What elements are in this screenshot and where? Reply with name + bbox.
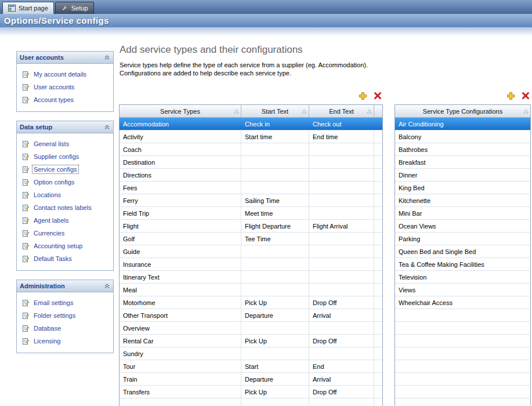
sidebar-item-contact-notes-labels[interactable]: Contact notes labels xyxy=(17,201,113,214)
collapse-chevron-icon[interactable] xyxy=(104,55,110,60)
sidebar-item-label: General lists xyxy=(32,140,70,148)
table-row[interactable]: Rental CarPick UpDrop Off xyxy=(120,335,382,347)
table-cell xyxy=(241,156,309,168)
sidebar-item-account-types[interactable]: Account types xyxy=(17,93,113,106)
add-configuration-icon[interactable] xyxy=(506,92,515,100)
sidebar-item-label: Folder settings xyxy=(32,311,77,320)
table-cell xyxy=(374,207,382,219)
table-row[interactable]: King Bed xyxy=(395,182,530,194)
table-row[interactable]: Directions xyxy=(120,169,382,182)
table-row[interactable]: Air Conditioning xyxy=(395,118,530,130)
sidebar-item-supplier-configs[interactable]: Supplier configs xyxy=(17,150,113,163)
sidebar-item-currencies[interactable]: Currencies xyxy=(17,227,113,240)
sidebar-item-my-account-details[interactable]: My account details xyxy=(17,68,113,81)
table-cell xyxy=(241,182,309,194)
table-cell: Golf xyxy=(120,233,241,245)
table-cell: Itinerary Text xyxy=(120,271,241,283)
document-edit-icon xyxy=(22,204,29,212)
tab-start-page[interactable]: Start page xyxy=(2,2,54,14)
table-row[interactable]: Fees xyxy=(120,182,382,194)
table-cell xyxy=(395,309,530,321)
table-row[interactable]: Bathrobes xyxy=(395,143,530,156)
sidebar-item-locations[interactable]: Locations xyxy=(17,188,113,201)
add-service-type-icon[interactable] xyxy=(359,92,367,100)
table-row[interactable]: Wheelchair Access xyxy=(395,296,530,309)
table-row[interactable]: Mini Bar xyxy=(395,207,530,220)
sidebar-item-database[interactable]: Database xyxy=(17,322,113,335)
table-row[interactable]: Tea & Coffee Making Facilities xyxy=(395,258,530,271)
table-row[interactable]: Queen Bed and Single Bed xyxy=(395,245,530,258)
table-row[interactable]: Sundry xyxy=(120,347,382,360)
sidebar-item-option-configs[interactable]: Option configs xyxy=(17,176,113,188)
table-row[interactable]: Other TransportDepartureArrival xyxy=(120,309,382,322)
sidebar-item-accounting-setup[interactable]: Accounting setup xyxy=(17,240,113,252)
table-row[interactable]: Breakfast xyxy=(395,156,530,169)
delete-service-type-icon[interactable] xyxy=(374,92,382,100)
table-cell xyxy=(309,207,374,219)
service-types-toolbar xyxy=(119,90,383,101)
table-row[interactable]: FerrySailing Time xyxy=(120,194,382,207)
table-cell xyxy=(241,143,309,155)
sidebar-item-general-lists[interactable]: General lists xyxy=(17,137,113,150)
main-description-line1: Service types help define the type of ea… xyxy=(120,61,532,69)
table-row[interactable]: TrainDepartureArrival xyxy=(120,373,382,386)
column-header-service-type-configurations[interactable]: Service Type Configurations xyxy=(395,105,530,117)
sidebar-section-header[interactable]: Data setup xyxy=(17,121,113,133)
service-types-block: Service TypesStart TextEnd TextAccommoda… xyxy=(119,90,383,101)
table-cell: Fees xyxy=(120,182,241,194)
column-header-end-text[interactable]: End Text xyxy=(309,105,374,117)
table-row[interactable]: GolfTee Time xyxy=(120,233,382,245)
table-cell: Start time xyxy=(241,130,309,143)
tab-strip: Start page Setup xyxy=(0,0,532,14)
table-row[interactable]: ActivityStart timeEnd time xyxy=(120,130,382,143)
sidebar-item-label: Accounting setup xyxy=(32,242,84,250)
table-row[interactable]: Parking xyxy=(395,233,530,245)
content-area: User accountsMy account detailsUser acco… xyxy=(0,36,532,406)
table-row[interactable]: Balcony xyxy=(395,130,530,143)
table-row[interactable]: Field TripMeet time xyxy=(120,207,382,220)
table-row[interactable]: MotorhomePick UpDrop Off xyxy=(120,296,382,309)
table-row[interactable]: TourStartEnd xyxy=(120,360,382,373)
sidebar-item-service-configs[interactable]: Service configs xyxy=(17,163,113,176)
tab-setup[interactable]: Setup xyxy=(55,2,94,14)
table-row[interactable]: Dinner xyxy=(395,169,530,182)
table-row[interactable]: Television xyxy=(395,271,530,284)
sidebar-item-licensing[interactable]: Licensing xyxy=(17,335,113,347)
collapse-chevron-icon[interactable] xyxy=(104,283,110,289)
table-cell: Mini Bar xyxy=(395,207,530,219)
table-cell: Tour xyxy=(120,360,241,372)
table-cell: Rental Car xyxy=(120,335,241,347)
sidebar-item-user-accounts[interactable]: User accounts xyxy=(17,81,113,93)
sidebar-item-folder-settings[interactable]: Folder settings xyxy=(17,309,113,322)
column-header-filler xyxy=(374,105,382,117)
sidebar-item-default-tasks[interactable]: Default Tasks xyxy=(17,252,113,265)
column-header-start-text[interactable]: Start Text xyxy=(241,105,309,117)
table-cell xyxy=(374,245,382,258)
table-row[interactable]: Kitchenette xyxy=(395,194,530,207)
sidebar-item-email-settings[interactable]: Email settings xyxy=(17,296,113,309)
table-row[interactable]: AccommodationCheck inCheck out xyxy=(120,118,382,130)
sidebar-item-agent-labels[interactable]: Agent labels xyxy=(17,214,113,227)
sidebar-section-header[interactable]: Administration xyxy=(17,280,113,292)
table-cell xyxy=(374,194,382,206)
table-row[interactable]: Overview xyxy=(120,322,382,335)
column-header-service-types[interactable]: Service Types xyxy=(120,105,241,117)
delete-configuration-icon[interactable] xyxy=(522,92,530,100)
table-cell: Flight xyxy=(120,220,241,232)
table-row[interactable]: Destination xyxy=(120,156,382,169)
table-row[interactable]: Meal xyxy=(120,284,382,296)
table-row[interactable]: Coach xyxy=(120,143,382,156)
table-row[interactable]: TransfersPick UpDrop Off xyxy=(120,386,382,398)
table-row[interactable]: Insurance xyxy=(120,258,382,271)
table-row[interactable]: Views xyxy=(395,284,530,296)
sort-ascending-icon xyxy=(367,109,372,114)
sidebar-section-title: Administration xyxy=(20,282,104,289)
table-row[interactable]: Guide xyxy=(120,245,382,258)
table-row[interactable]: Ocean Views xyxy=(395,220,530,233)
sidebar-section-header[interactable]: User accounts xyxy=(17,52,113,64)
table-row[interactable]: FlightFlight DepartureFlight Arrival xyxy=(120,220,382,233)
collapse-chevron-icon[interactable] xyxy=(104,124,110,130)
document-edit-icon xyxy=(22,153,29,161)
table-row[interactable]: Itinerary Text xyxy=(120,271,382,284)
table-cell xyxy=(374,182,382,194)
